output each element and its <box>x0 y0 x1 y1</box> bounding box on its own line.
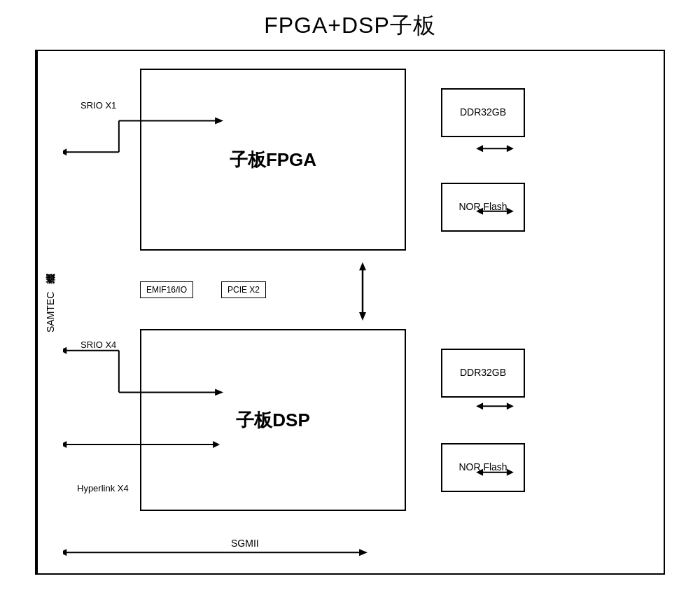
fpga-ddr3-row: DDR3 2GB <box>441 88 657 137</box>
dsp-block-label: 子板DSP <box>236 408 309 433</box>
fpga-block-label: 子板FPGA <box>230 148 316 172</box>
pcie-label: PCIE X2 <box>227 285 260 295</box>
svg-marker-9 <box>63 347 66 354</box>
srio-x4-label: SRIO X4 <box>80 340 116 350</box>
samtec-strip: SAMTEC高速连接器 <box>36 51 63 573</box>
fpga-ddr3-box: DDR3 2GB <box>441 88 525 137</box>
dsp-prefix: 子板 <box>236 410 272 430</box>
dsp-ddr3-row: DDR3 2GB <box>441 349 657 398</box>
fpga-ddr3-line2: 2GB <box>486 106 506 120</box>
fpga-block: 子板FPGA <box>140 69 406 251</box>
sgmii-label: SGMII <box>231 538 259 549</box>
fpga-nor-box: NOR Flash <box>441 183 525 232</box>
dsp-bold: DSP <box>272 410 309 430</box>
dsp-ddr3-box: DDR3 2GB <box>441 349 525 398</box>
hyperlink-label: Hyperlink X4 <box>77 483 129 493</box>
srio-x1-label: SRIO X1 <box>80 100 116 111</box>
samtec-label: SAMTEC高速连接器 <box>44 292 57 332</box>
fpga-nor-row: NOR Flash <box>441 183 657 232</box>
main-title: FPGA+DSP子板 <box>264 10 436 41</box>
diagram-container: FPGA+DSP子板 SAMTEC高速连接器 <box>14 10 686 584</box>
dsp-ddr3-line2: 2GB <box>486 366 506 380</box>
emif-box: EMIF16/IO <box>140 281 193 298</box>
pcie-box: PCIE X2 <box>221 281 266 298</box>
svg-marker-11 <box>63 441 66 448</box>
dsp-nor-label: NOR Flash <box>458 461 507 475</box>
dsp-block: 子板DSP <box>140 329 406 511</box>
svg-marker-8 <box>63 148 66 155</box>
outer-box: SAMTEC高速连接器 <box>35 50 665 575</box>
dsp-nor-box: NOR Flash <box>441 443 525 492</box>
svg-marker-18 <box>63 549 66 556</box>
fpga-ddr3-line1: DDR3 <box>460 106 486 120</box>
main-content: SRIO X1 子板FPGA DDR3 2GB <box>63 51 664 573</box>
svg-marker-15 <box>359 312 366 321</box>
fpga-bold: FPGA <box>266 149 316 170</box>
fpga-nor-label: NOR Flash <box>458 200 507 214</box>
emif-label: EMIF16/IO <box>146 285 187 295</box>
dsp-nor-row: NOR Flash <box>441 443 657 492</box>
dsp-ddr3-line1: DDR3 <box>460 366 486 380</box>
fpga-prefix: 子板 <box>230 149 266 170</box>
